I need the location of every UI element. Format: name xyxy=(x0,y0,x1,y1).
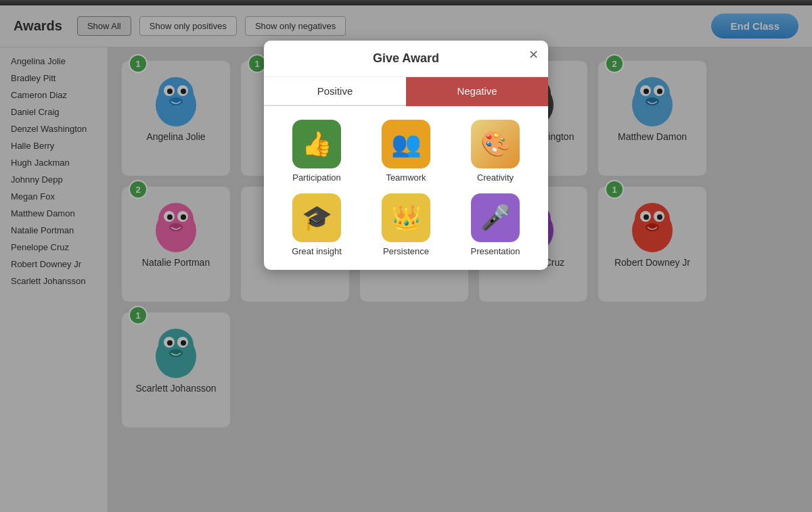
award-presentation[interactable]: 🎤Presentation xyxy=(456,193,535,256)
award-creativity[interactable]: 🎨Creativity xyxy=(456,120,535,183)
persistence-label: Persistence xyxy=(383,246,429,256)
creativity-icon: 🎨 xyxy=(471,120,520,168)
participation-label: Participation xyxy=(292,172,341,183)
award-participation[interactable]: 👍Participation xyxy=(277,120,356,183)
great-insight-label: Great insight xyxy=(292,246,342,256)
tab-negative[interactable]: Negative xyxy=(406,77,548,106)
great-insight-icon: 🎓 xyxy=(292,193,341,242)
award-grid: 👍Participation👥Teamwork🎨Creativity🎓Great… xyxy=(264,106,548,270)
award-great-insight[interactable]: 🎓Great insight xyxy=(277,193,356,256)
tab-positive[interactable]: Positive xyxy=(264,77,406,106)
participation-icon: 👍 xyxy=(292,120,341,168)
presentation-icon: 🎤 xyxy=(471,193,520,242)
award-persistence[interactable]: 👑Persistence xyxy=(367,193,445,256)
modal-title: Give Award ✕ xyxy=(264,41,548,77)
give-award-modal: Give Award ✕ Positive Negative 👍Particip… xyxy=(264,41,548,270)
teamwork-label: Teamwork xyxy=(386,172,426,183)
creativity-label: Creativity xyxy=(477,172,514,183)
persistence-icon: 👑 xyxy=(382,193,430,242)
teamwork-icon: 👥 xyxy=(382,120,430,168)
modal-close-button[interactable]: ✕ xyxy=(528,47,539,62)
award-teamwork[interactable]: 👥Teamwork xyxy=(367,120,445,183)
modal-overlay[interactable]: Give Award ✕ Positive Negative 👍Particip… xyxy=(0,0,812,512)
modal-tabs: Positive Negative xyxy=(264,77,548,106)
presentation-label: Presentation xyxy=(471,246,520,256)
